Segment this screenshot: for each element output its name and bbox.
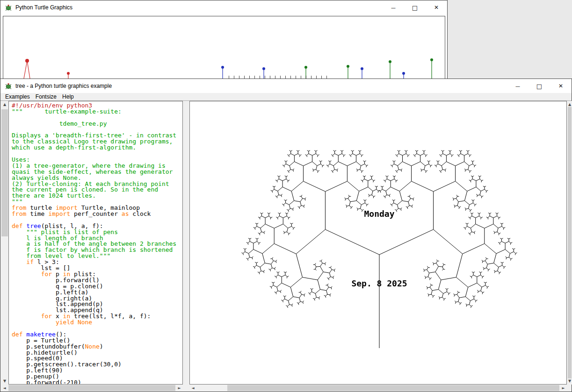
menubar: Examples Fontsize Help bbox=[0, 93, 572, 101]
desktop: Python Turtle Graphics — □ ✕ bbox=[0, 0, 572, 392]
code-pane[interactable]: #!/usr/bin/env python3""" turtle-example… bbox=[8, 101, 183, 385]
code-hscrollbar[interactable]: ◄ ► bbox=[1, 385, 183, 392]
code-vscrollbar[interactable]: ▲ ▼ bbox=[1, 101, 8, 385]
turtle-graphics-titlebar[interactable]: Python Turtle Graphics — □ ✕ bbox=[0, 0, 447, 14]
turtle-figures-drawing bbox=[3, 16, 445, 79]
scroll-up-icon[interactable]: ▲ bbox=[1, 101, 8, 108]
window-controls: — □ ✕ bbox=[383, 0, 447, 14]
graphics-pane[interactable] bbox=[189, 101, 567, 385]
menu-help[interactable]: Help bbox=[59, 93, 77, 100]
canvas-vscrollbar[interactable]: ▲ ▼ bbox=[567, 101, 572, 385]
graphics-canvas bbox=[190, 101, 566, 384]
turtle-icon bbox=[5, 4, 12, 11]
scroll-left-icon[interactable]: ◄ bbox=[1, 385, 8, 392]
window-title: Python Turtle Graphics bbox=[15, 4, 72, 11]
turtledemo-titlebar[interactable]: tree - a Python turtle graphics example … bbox=[0, 79, 572, 93]
turtledemo-window: tree - a Python turtle graphics example … bbox=[0, 78, 572, 392]
scroll-right-icon[interactable]: ► bbox=[560, 385, 567, 392]
canvas-vscrollbar-thumb[interactable] bbox=[568, 107, 572, 378]
canvas-hscrollbar[interactable]: ◄ ► bbox=[189, 385, 567, 392]
code-hscrollbar-thumb[interactable] bbox=[8, 385, 175, 391]
scroll-right-icon[interactable]: ► bbox=[176, 385, 183, 392]
scroll-left-icon[interactable]: ◄ bbox=[189, 385, 196, 392]
maximize-button[interactable]: □ bbox=[404, 0, 426, 14]
menu-fontsize[interactable]: Fontsize bbox=[33, 93, 59, 100]
close-button[interactable]: ✕ bbox=[426, 0, 447, 14]
scroll-down-icon[interactable]: ▼ bbox=[567, 378, 572, 385]
window-controls: — □ ✕ bbox=[507, 79, 572, 93]
code-vscrollbar-thumb[interactable] bbox=[1, 109, 8, 236]
turtle-graphics-window: Python Turtle Graphics — □ ✕ bbox=[0, 0, 448, 78]
close-button[interactable]: ✕ bbox=[550, 79, 572, 93]
window-title: tree - a Python turtle graphics example bbox=[15, 83, 112, 89]
turtle-graphics-canvas[interactable] bbox=[3, 16, 445, 79]
minimize-button[interactable]: — bbox=[383, 0, 404, 14]
menu-examples[interactable]: Examples bbox=[2, 93, 33, 100]
turtle-icon bbox=[5, 82, 12, 90]
code-text: #!/usr/bin/env python3""" turtle-example… bbox=[9, 101, 182, 385]
minimize-button[interactable]: — bbox=[507, 79, 529, 93]
canvas-hscrollbar-thumb[interactable] bbox=[227, 385, 559, 391]
pane-divider[interactable] bbox=[183, 101, 189, 385]
maximize-button[interactable]: □ bbox=[529, 79, 550, 93]
scroll-down-icon[interactable]: ▼ bbox=[1, 378, 8, 385]
